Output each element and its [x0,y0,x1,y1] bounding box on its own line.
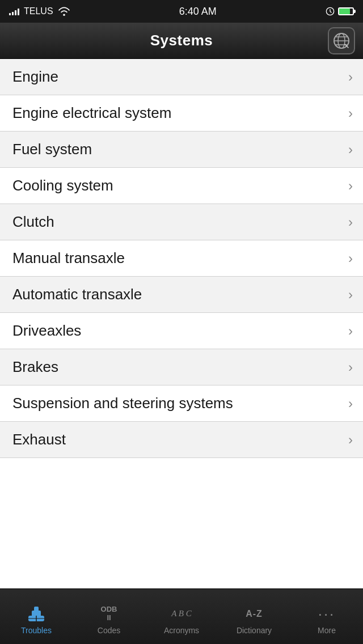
chevron-right-icon: › [348,142,353,158]
list-item[interactable]: Engine electrical system › [0,95,363,132]
tab-codes-label: Codes [98,626,120,635]
chevron-right-icon: › [348,323,353,339]
page-title: Systems [150,32,213,49]
chevron-right-icon: › [348,359,353,375]
dictionary-icon: A-Z [243,604,265,624]
chevron-right-icon: › [348,287,353,303]
status-time: 6:40 AM [179,6,217,18]
status-left: TELUS [9,6,70,16]
chevron-right-icon: › [348,69,353,85]
troubles-icon [25,604,48,624]
globe-button[interactable] [328,27,355,54]
list-item[interactable]: Engine › [0,59,363,95]
acronyms-icon: A B C [170,604,193,624]
wifi-icon [58,7,70,16]
status-right [326,7,354,16]
tab-troubles-label: Troubles [21,626,52,635]
svg-rect-8 [34,607,39,612]
globe-icon [332,32,351,50]
list-item-label: Fuel system [12,141,92,158]
tab-dictionary[interactable]: A-Z Dictionary [218,589,290,644]
list-item-label: Suspension and steering systems [12,395,233,412]
list-item-label: Manual transaxle [12,249,125,267]
status-bar: TELUS 6:40 AM [0,0,363,23]
list-item[interactable]: Manual transaxle › [0,240,363,277]
list-item-label: Brakes [12,358,58,376]
tab-acronyms-label: Acronyms [164,626,199,635]
list-item[interactable]: Cooling system › [0,168,363,204]
clock-icon [326,7,335,16]
list-item-label: Exhaust [12,431,66,448]
chevron-right-icon: › [348,396,353,412]
list-item-label: Automatic transaxle [12,286,142,303]
list-item[interactable]: Automatic transaxle › [0,277,363,313]
list-item[interactable]: Clutch › [0,204,363,240]
tab-more-label: More [318,626,336,635]
signal-bars-icon [9,7,19,15]
systems-list: Engine › Engine electrical system › Fuel… [0,59,363,458]
list-item-label: Engine [12,68,58,86]
chevron-right-icon: › [348,105,353,121]
list-item-label: Cooling system [12,177,113,194]
list-item-label: Clutch [12,213,54,231]
codes-icon: ODBII [98,604,120,624]
tab-dictionary-label: Dictionary [237,626,272,635]
list-item[interactable]: Fuel system › [0,132,363,168]
navigation-bar: Systems [0,23,363,59]
tab-bar: Troubles ODBII Codes A B C Acronyms A-Z … [0,588,363,644]
battery-icon [338,7,354,15]
chevron-right-icon: › [348,178,353,194]
list-item[interactable]: Driveaxles › [0,313,363,349]
tab-troubles[interactable]: Troubles [0,589,73,644]
tab-codes[interactable]: ODBII Codes [73,589,145,644]
tab-acronyms[interactable]: A B C Acronyms [145,589,218,644]
list-item-label: Engine electrical system [12,104,171,122]
carrier-label: TELUS [24,6,53,16]
list-item[interactable]: Exhaust › [0,422,363,458]
list-item-label: Driveaxles [12,322,81,340]
chevron-right-icon: › [348,214,353,230]
more-icon: ··· [315,604,338,624]
list-item[interactable]: Suspension and steering systems › [0,385,363,422]
chevron-right-icon: › [348,432,353,448]
list-item[interactable]: Brakes › [0,349,363,385]
tab-more[interactable]: ··· More [290,589,363,644]
chevron-right-icon: › [348,251,353,266]
